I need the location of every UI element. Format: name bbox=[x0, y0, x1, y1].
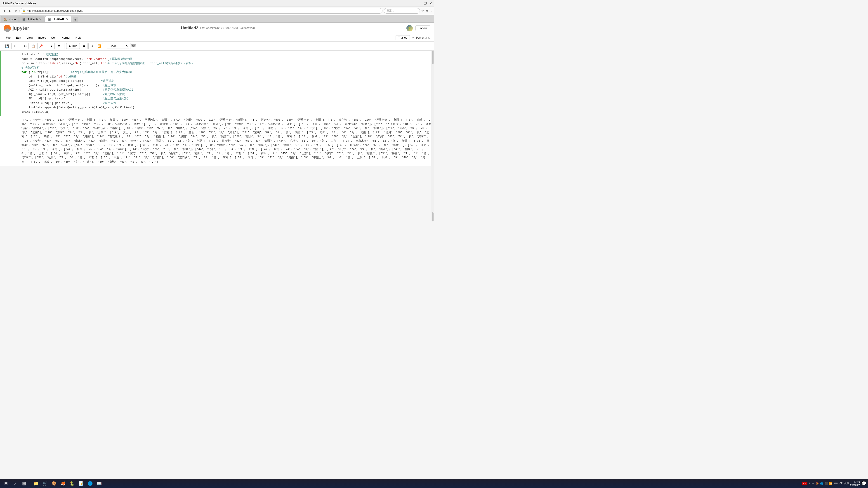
menu-file[interactable]: File bbox=[4, 35, 13, 40]
address-input-container[interactable]: 🔒 http://localhost:8888/notebooks/Untitl… bbox=[20, 8, 382, 13]
output-prompt bbox=[1, 116, 19, 166]
tab-untitled6-close[interactable]: ✕ bbox=[39, 18, 41, 21]
notebook-name: Untitled2 bbox=[181, 26, 198, 31]
edit-pencil-icon[interactable]: ✏ bbox=[412, 36, 414, 39]
tab-untitled6-favicon: 📓 bbox=[22, 18, 26, 21]
tab-untitled2-label: Untitled2 bbox=[53, 18, 64, 21]
cell-type-select[interactable]: Code bbox=[107, 43, 129, 49]
tab-home-favicon: 🏠 bbox=[4, 18, 7, 21]
new-tab-btn[interactable]: + bbox=[73, 17, 78, 22]
output-content-wrapper: [['1', '喀什', '500', '333', '严重污染', '新疆']… bbox=[1, 116, 434, 166]
menu-bar-right: Trusted ✏ Python 3 bbox=[396, 35, 430, 40]
jupyter-logo-text: jupyter bbox=[13, 25, 29, 31]
tab-home[interactable]: 🏠 Home bbox=[1, 16, 19, 22]
jupyter-logo: jupyter bbox=[4, 25, 29, 32]
menu-help[interactable]: Help bbox=[73, 35, 84, 40]
cut-button[interactable]: ✂ bbox=[22, 43, 29, 49]
restart-button[interactable]: ↺ bbox=[88, 43, 95, 49]
title-bar-controls[interactable]: — ❐ ✕ bbox=[418, 2, 432, 5]
code-input[interactable]: listdata [ # 获取数据 soup = BeautifulSoup(r… bbox=[19, 51, 434, 116]
interrupt-button[interactable]: ■ bbox=[81, 43, 88, 49]
tab-home-label: Home bbox=[8, 18, 16, 21]
refresh-btn[interactable]: ↻ bbox=[13, 8, 18, 13]
tab-untitled2-close[interactable]: ✕ bbox=[66, 18, 68, 21]
toolbar: 💾 + ✂ 📋 📌 ▲ ▼ ▶ Run ■ ↺ ⏩ Code ⌨ bbox=[0, 41, 434, 51]
jupyter-header-right: 🐍 Logout bbox=[406, 25, 430, 31]
jupyter-logo-icon bbox=[4, 25, 11, 32]
paste-button[interactable]: 📌 bbox=[37, 43, 44, 49]
menu-kernel[interactable]: Kernel bbox=[59, 35, 72, 40]
save-button[interactable]: 💾 bbox=[4, 43, 10, 49]
bookmark-star-icon[interactable]: ☆ bbox=[421, 9, 424, 12]
menu-cell[interactable]: Cell bbox=[49, 35, 58, 40]
tab-untitled2[interactable]: 📓 Untitled2 ✕ bbox=[45, 16, 71, 22]
logout-button[interactable]: Logout bbox=[415, 25, 430, 31]
run-icon: ▶ bbox=[69, 44, 71, 48]
notebook-area: listdata [ # 获取数据 soup = BeautifulSoup(r… bbox=[0, 51, 434, 221]
back-btn[interactable]: ◀ bbox=[2, 8, 6, 13]
output-text: [['1', '喀什', '500', '333', '严重污染', '新疆']… bbox=[19, 116, 434, 166]
tabs-bar: 🏠 Home 📓 Untitled6 ✕ 📓 Untitled2 ✕ + bbox=[0, 15, 434, 23]
kernel-status-circle bbox=[428, 37, 430, 39]
search-placeholder: 搜索... bbox=[386, 9, 394, 13]
title-bar-left: Untitled2 - Jupyter Notebook bbox=[2, 2, 36, 5]
toolbar-sep-2 bbox=[46, 43, 46, 49]
browser-actions: ☆ ★ ≡ bbox=[421, 9, 432, 12]
add-cell-button[interactable]: + bbox=[11, 43, 18, 49]
run-button[interactable]: ▶ Run bbox=[66, 43, 80, 49]
url-display: http://localhost:8888/notebooks/Untitled… bbox=[27, 9, 83, 12]
jupyter-header: jupyter Untitled2 Last Checkpoint: 2019年… bbox=[0, 23, 434, 34]
menu-items: File Edit View Insert Cell Kernel Help bbox=[4, 35, 84, 40]
cell-content: listdata [ # 获取数据 soup = BeautifulSoup(r… bbox=[1, 51, 434, 116]
menu-edit[interactable]: Edit bbox=[14, 35, 23, 40]
notebook-title[interactable]: Untitled2 Last Checkpoint: 2019年5月20日 (a… bbox=[181, 26, 255, 31]
notebook-scrollbar[interactable] bbox=[431, 51, 434, 221]
trusted-button[interactable]: Trusted bbox=[396, 35, 410, 40]
minimize-btn[interactable]: — bbox=[418, 2, 421, 5]
ssl-lock-icon: 🔒 bbox=[22, 9, 26, 12]
keyboard-shortcuts-button[interactable]: ⌨ bbox=[130, 43, 137, 49]
output-cell: [['1', '喀什', '500', '333', '严重污染', '新疆']… bbox=[0, 116, 434, 166]
copy-button[interactable]: 📋 bbox=[30, 43, 36, 49]
scrollbar-thumb-bottom[interactable] bbox=[432, 213, 434, 221]
address-bar: ◀ ▶ ↻ 🔒 http://localhost:8888/notebooks/… bbox=[0, 7, 434, 15]
bookmark-list-icon[interactable]: ★ bbox=[426, 9, 429, 12]
restart-run-button[interactable]: ⏩ bbox=[96, 43, 103, 49]
forward-btn[interactable]: ▶ bbox=[8, 8, 12, 13]
maximize-btn[interactable]: ❐ bbox=[424, 2, 427, 5]
menu-insert[interactable]: Insert bbox=[36, 35, 48, 40]
menu-bar: File Edit View Insert Cell Kernel Help T… bbox=[0, 34, 434, 41]
kernel-info: Python 3 bbox=[416, 36, 430, 39]
cell-prompt bbox=[1, 51, 19, 116]
checkpoint-info: Last Checkpoint: 2019年5月20日 (autosaved) bbox=[200, 26, 255, 30]
title-bar: Untitled2 - Jupyter Notebook — ❐ ✕ bbox=[0, 0, 434, 7]
close-btn[interactable]: ✕ bbox=[430, 2, 432, 5]
run-label: Run bbox=[72, 44, 77, 48]
move-up-button[interactable]: ▲ bbox=[48, 43, 55, 49]
browser-title: Untitled2 - Jupyter Notebook bbox=[2, 2, 36, 5]
menu-icon[interactable]: ≡ bbox=[430, 9, 432, 12]
tab-untitled2-favicon: 📓 bbox=[48, 18, 51, 21]
scrollbar-thumb-top[interactable] bbox=[432, 51, 434, 64]
toolbar-sep-1 bbox=[20, 43, 20, 49]
menu-view[interactable]: View bbox=[24, 35, 35, 40]
tab-untitled6[interactable]: 📓 Untitled6 ✕ bbox=[19, 16, 44, 22]
tab-untitled6-label: Untitled6 bbox=[27, 18, 37, 21]
code-cell[interactable]: listdata [ # 获取数据 soup = BeautifulSoup(r… bbox=[0, 51, 434, 116]
move-down-button[interactable]: ▼ bbox=[56, 43, 62, 49]
kernel-name: Python 3 bbox=[416, 36, 427, 39]
code-block: listdata [ # 获取数据 soup = BeautifulSoup(r… bbox=[22, 53, 431, 114]
python-logo-icon: 🐍 bbox=[406, 25, 413, 31]
search-box[interactable]: 搜索... bbox=[384, 8, 420, 13]
